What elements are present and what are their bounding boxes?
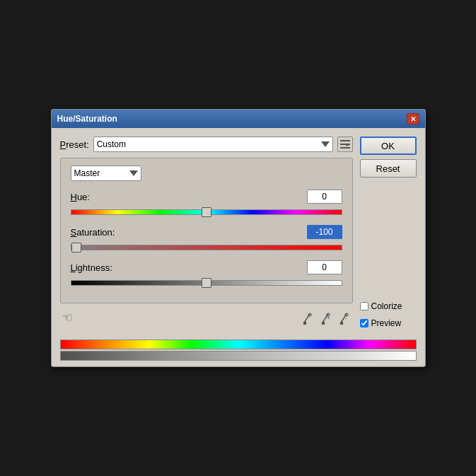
saturation-slider-wrapper[interactable] — [71, 242, 342, 253]
hue-track — [71, 209, 342, 215]
preview-checkbox[interactable] — [360, 319, 368, 327]
hue-row: Hue: — [71, 190, 342, 218]
eyedropper-sample-button[interactable] — [299, 311, 315, 327]
saturation-thumb[interactable] — [71, 243, 81, 252]
svg-text:+: + — [327, 315, 330, 321]
preset-label: Preset: — [60, 139, 89, 150]
lightness-row: Lightness: — [71, 260, 342, 289]
colorize-checkbox[interactable] — [360, 302, 368, 310]
channel-select[interactable]: Master Reds Yellows Greens Cyans Blues M… — [71, 166, 141, 181]
svg-rect-2 — [340, 147, 350, 149]
svg-rect-6 — [303, 322, 306, 325]
saturation-row: Saturation: — [71, 225, 342, 253]
left-panel: Preset: Custom Default Cyanotype Sepia — [60, 137, 353, 328]
lightness-thumb[interactable] — [202, 278, 211, 288]
lightness-track — [71, 280, 342, 286]
svg-text:-: - — [345, 315, 347, 321]
close-button[interactable]: ✕ — [407, 113, 419, 124]
hue-thumb[interactable] — [202, 207, 211, 217]
color-bar-container — [60, 339, 417, 361]
hue-saturation-dialog: Hue/Saturation ✕ Preset: Custom Default … — [51, 109, 426, 367]
colorize-label[interactable]: Colorize — [371, 301, 402, 311]
dialog-title: Hue/Saturation — [57, 114, 117, 124]
rainbow-color-bar — [60, 339, 417, 349]
saturation-label: Saturation: — [71, 227, 115, 238]
preset-menu-button[interactable] — [337, 137, 353, 152]
preview-label[interactable]: Preview — [371, 318, 402, 328]
inner-panel: Master Reds Yellows Greens Cyans Blues M… — [60, 158, 353, 303]
preset-select[interactable]: Custom Default Cyanotype Sepia — [93, 137, 333, 152]
reset-button[interactable]: Reset — [360, 159, 417, 178]
colorize-row: Colorize — [360, 301, 417, 311]
saturation-value-input[interactable] — [307, 225, 342, 239]
hue-value-input[interactable] — [307, 190, 342, 204]
right-panel: OK Reset Colorize Preview — [360, 137, 417, 328]
eyedropper-group: + - — [299, 311, 352, 327]
preview-row: Preview — [360, 318, 417, 328]
bottom-tools: ☜ — [60, 309, 353, 328]
gray-color-bar — [60, 351, 417, 361]
lightness-label: Lightness: — [71, 262, 112, 273]
hand-tool-button[interactable]: ☜ — [62, 309, 77, 328]
hue-label: Hue: — [71, 192, 90, 202]
channel-row: Master Reds Yellows Greens Cyans Blues M… — [71, 166, 342, 181]
lightness-slider-wrapper[interactable] — [71, 277, 342, 289]
eyedropper-subtract-button[interactable]: - — [336, 311, 352, 327]
eyedropper-add-button[interactable]: + — [318, 311, 333, 327]
dialog-body: Preset: Custom Default Cyanotype Sepia — [52, 128, 425, 337]
preset-row: Preset: Custom Default Cyanotype Sepia — [60, 137, 353, 152]
svg-rect-9 — [322, 322, 325, 325]
svg-rect-13 — [340, 322, 343, 325]
svg-text:☜: ☜ — [62, 310, 73, 325]
hue-slider-wrapper[interactable] — [71, 207, 342, 218]
ok-button[interactable]: OK — [360, 137, 417, 155]
title-bar: Hue/Saturation ✕ — [52, 110, 425, 128]
saturation-track — [71, 245, 342, 250]
svg-rect-0 — [340, 140, 350, 141]
lightness-value-input[interactable] — [307, 260, 342, 274]
